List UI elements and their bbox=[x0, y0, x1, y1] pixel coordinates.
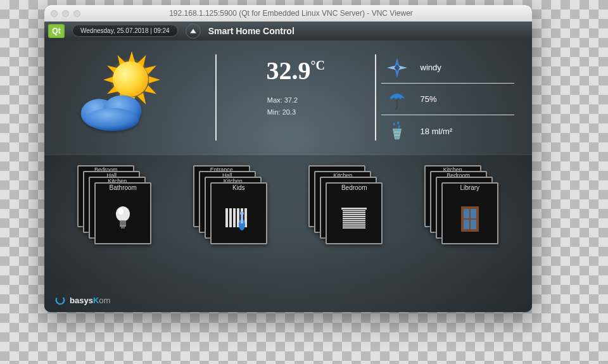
svg-marker-19 bbox=[398, 65, 407, 70]
svg-marker-17 bbox=[395, 68, 399, 77]
temp-min: Min: 20.3 bbox=[267, 106, 370, 118]
brand-text-1: basys bbox=[70, 296, 93, 305]
conditions-col: windy 75% bbox=[381, 52, 514, 147]
zoom-icon[interactable] bbox=[73, 10, 80, 17]
svg-point-23 bbox=[397, 122, 399, 125]
svg-point-20 bbox=[395, 66, 398, 69]
app-topbar: Qt Wednesday, 25.07.2018 | 09:24 Smart H… bbox=[44, 22, 532, 41]
rain-gauge-icon bbox=[385, 119, 409, 143]
condition-precip: 18 ml/m² bbox=[381, 115, 514, 147]
card-label: Bedroom bbox=[327, 183, 381, 191]
chevron-up-icon bbox=[189, 27, 197, 35]
svg-rect-47 bbox=[343, 216, 365, 217]
smart-home-app: Qt Wednesday, 25.07.2018 | 09:24 Smart H… bbox=[44, 22, 532, 312]
svg-marker-16 bbox=[395, 57, 399, 66]
condition-humidity: 75% bbox=[381, 84, 514, 115]
window-icon bbox=[443, 200, 497, 238]
svg-rect-43 bbox=[341, 208, 367, 210]
window-controls bbox=[51, 10, 80, 17]
card-stack-1[interactable]: EntranceHallKitchenKids bbox=[193, 165, 268, 248]
temperature-range: Max: 37.2 Min: 20.3 bbox=[222, 94, 370, 118]
card-label: Kids bbox=[212, 183, 266, 191]
wind-label: windy bbox=[421, 63, 441, 72]
temp-number: 32.9 bbox=[266, 56, 310, 85]
sun-cloud-icon bbox=[68, 55, 163, 137]
card-front[interactable]: Library bbox=[441, 182, 498, 244]
footer: basysKom bbox=[44, 288, 532, 312]
brand-text-3: om bbox=[99, 296, 110, 305]
svg-rect-44 bbox=[343, 210, 365, 211]
svg-rect-49 bbox=[343, 220, 365, 221]
divider bbox=[375, 54, 376, 141]
svg-marker-0 bbox=[190, 28, 196, 33]
radiator-icon bbox=[212, 200, 266, 238]
svg-point-42 bbox=[240, 211, 244, 215]
card-label bbox=[321, 177, 376, 178]
qt-logo-icon[interactable]: Qt bbox=[48, 24, 65, 38]
weather-icon-col bbox=[62, 52, 210, 147]
svg-point-58 bbox=[54, 294, 66, 306]
weather-panel: 32.9°C Max: 37.2 Min: 20.3 bbox=[44, 41, 532, 154]
card-label bbox=[310, 166, 364, 166]
svg-rect-45 bbox=[343, 212, 365, 213]
svg-point-29 bbox=[118, 208, 124, 215]
humidity-label: 75% bbox=[421, 94, 437, 104]
umbrella-icon bbox=[385, 87, 409, 111]
card-label: Bathroom bbox=[96, 183, 150, 191]
card-label: Library bbox=[443, 183, 497, 191]
card-front[interactable]: Kids bbox=[210, 182, 267, 244]
svg-rect-33 bbox=[121, 227, 125, 229]
card-front[interactable]: Bedroom bbox=[326, 182, 383, 244]
svg-marker-18 bbox=[386, 65, 395, 70]
datetime-pill: Wednesday, 25.07.2018 | 09:24 bbox=[72, 25, 178, 37]
room-cards-row: BedroomHallKitchenBathroomEntranceHallKi… bbox=[44, 154, 532, 288]
temperature-col: 32.9°C Max: 37.2 Min: 20.3 bbox=[222, 52, 370, 147]
divider bbox=[215, 54, 217, 141]
minimize-icon[interactable] bbox=[62, 10, 69, 17]
svg-point-24 bbox=[398, 125, 400, 128]
svg-rect-34 bbox=[225, 208, 228, 227]
card-stack-2[interactable]: KitchenBedroom bbox=[308, 165, 383, 248]
compass-icon bbox=[385, 56, 409, 80]
svg-point-28 bbox=[116, 206, 130, 222]
svg-rect-35 bbox=[229, 208, 232, 227]
temperature-value: 32.9°C bbox=[222, 56, 370, 85]
brand-ring-icon bbox=[54, 294, 66, 306]
svg-rect-50 bbox=[343, 222, 365, 223]
card-stack-0[interactable]: BedroomHallKitchenBathroom bbox=[77, 165, 152, 248]
card-label bbox=[437, 177, 491, 178]
svg-rect-52 bbox=[343, 225, 365, 227]
macos-titlebar: 192.168.1.125:5900 (Qt for Embedded Linu… bbox=[44, 5, 532, 22]
window-title: 192.168.1.125:5900 (Qt for Embedded Linu… bbox=[88, 9, 494, 18]
brand-text-2: K bbox=[93, 296, 99, 305]
temp-max: Max: 37.2 bbox=[267, 94, 370, 106]
brand-logo: basysKom bbox=[54, 294, 110, 306]
temp-unit: °C bbox=[310, 58, 324, 72]
bulb-icon bbox=[96, 200, 150, 238]
blinds-icon bbox=[327, 200, 381, 238]
svg-marker-4 bbox=[149, 77, 160, 84]
svg-rect-51 bbox=[343, 223, 365, 225]
svg-rect-53 bbox=[343, 227, 365, 229]
svg-rect-36 bbox=[233, 208, 236, 227]
condition-wind: windy bbox=[381, 52, 514, 84]
expand-up-button[interactable] bbox=[186, 23, 201, 39]
precip-label: 18 ml/m² bbox=[421, 127, 453, 136]
svg-point-15 bbox=[86, 108, 139, 131]
svg-rect-32 bbox=[120, 223, 126, 225]
card-front[interactable]: Bathroom bbox=[94, 182, 151, 244]
svg-rect-48 bbox=[343, 218, 365, 219]
svg-point-22 bbox=[393, 122, 395, 125]
page-title: Smart Home Control bbox=[208, 26, 294, 36]
svg-rect-31 bbox=[120, 222, 126, 223]
card-stack-3[interactable]: KitchenBedroomLibrary bbox=[424, 165, 499, 248]
svg-rect-46 bbox=[343, 214, 365, 215]
close-icon[interactable] bbox=[51, 10, 58, 17]
vnc-window: 192.168.1.125:5900 (Qt for Embedded Linu… bbox=[44, 5, 532, 312]
svg-marker-25 bbox=[393, 129, 401, 139]
